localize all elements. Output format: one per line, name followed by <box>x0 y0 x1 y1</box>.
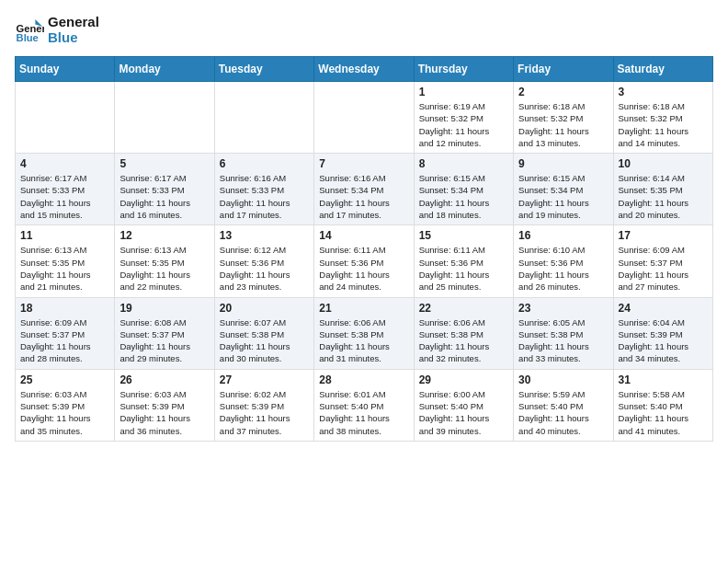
calendar-day-8: 8Sunrise: 6:15 AM Sunset: 5:34 PM Daylig… <box>414 154 513 225</box>
calendar-day-15: 15Sunrise: 6:11 AM Sunset: 5:36 PM Dayli… <box>414 225 513 297</box>
day-number: 4 <box>20 157 109 170</box>
day-number: 17 <box>619 229 708 242</box>
day-info: Sunrise: 6:04 AM Sunset: 5:39 PM Dayligh… <box>619 316 708 365</box>
calendar-day-28: 28Sunrise: 6:01 AM Sunset: 5:40 PM Dayli… <box>314 369 414 441</box>
day-info: Sunrise: 6:14 AM Sunset: 5:35 PM Dayligh… <box>619 172 708 221</box>
day-number: 13 <box>220 229 309 242</box>
calendar-day-27: 27Sunrise: 6:02 AM Sunset: 5:39 PM Dayli… <box>214 369 313 441</box>
weekday-header-row: SundayMondayTuesdayWednesdayThursdayFrid… <box>16 57 713 82</box>
logo-icon: General Blue <box>15 16 44 45</box>
day-number: 31 <box>619 373 708 386</box>
weekday-header-saturday: Saturday <box>613 57 712 82</box>
day-info: Sunrise: 6:11 AM Sunset: 5:36 PM Dayligh… <box>319 244 408 293</box>
day-info: Sunrise: 6:16 AM Sunset: 5:33 PM Dayligh… <box>220 172 309 221</box>
calendar-day-9: 9Sunrise: 6:15 AM Sunset: 5:34 PM Daylig… <box>514 154 613 225</box>
day-number: 21 <box>319 302 408 315</box>
day-number: 15 <box>419 229 508 242</box>
day-info: Sunrise: 6:11 AM Sunset: 5:36 PM Dayligh… <box>419 244 508 293</box>
day-number: 11 <box>20 229 109 242</box>
calendar-day-4: 4Sunrise: 6:17 AM Sunset: 5:33 PM Daylig… <box>16 154 115 225</box>
calendar-day-29: 29Sunrise: 6:00 AM Sunset: 5:40 PM Dayli… <box>414 369 513 441</box>
day-info: Sunrise: 6:19 AM Sunset: 5:32 PM Dayligh… <box>419 100 508 149</box>
day-info: Sunrise: 6:07 AM Sunset: 5:38 PM Dayligh… <box>220 316 309 365</box>
day-info: Sunrise: 6:13 AM Sunset: 5:35 PM Dayligh… <box>119 244 209 293</box>
day-info: Sunrise: 6:16 AM Sunset: 5:34 PM Dayligh… <box>319 172 408 221</box>
calendar-day-3: 3Sunrise: 6:18 AM Sunset: 5:32 PM Daylig… <box>613 82 712 154</box>
day-number: 16 <box>518 229 608 242</box>
day-info: Sunrise: 6:06 AM Sunset: 5:38 PM Dayligh… <box>319 316 408 365</box>
day-info: Sunrise: 6:15 AM Sunset: 5:34 PM Dayligh… <box>419 172 508 221</box>
calendar-day-13: 13Sunrise: 6:12 AM Sunset: 5:36 PM Dayli… <box>214 225 313 297</box>
calendar-day-19: 19Sunrise: 6:08 AM Sunset: 5:37 PM Dayli… <box>115 297 214 369</box>
calendar-day-18: 18Sunrise: 6:09 AM Sunset: 5:37 PM Dayli… <box>16 297 115 369</box>
calendar-day-2: 2Sunrise: 6:18 AM Sunset: 5:32 PM Daylig… <box>514 82 613 154</box>
day-number: 27 <box>220 373 309 386</box>
day-number: 20 <box>220 302 309 315</box>
day-info: Sunrise: 6:18 AM Sunset: 5:32 PM Dayligh… <box>518 100 608 149</box>
calendar-day-24: 24Sunrise: 6:04 AM Sunset: 5:39 PM Dayli… <box>613 297 712 369</box>
weekday-header-sunday: Sunday <box>16 57 115 82</box>
day-info: Sunrise: 6:09 AM Sunset: 5:37 PM Dayligh… <box>619 244 708 293</box>
calendar-day-25: 25Sunrise: 6:03 AM Sunset: 5:39 PM Dayli… <box>16 369 115 441</box>
weekday-header-monday: Monday <box>115 57 214 82</box>
day-number: 8 <box>419 157 508 170</box>
day-info: Sunrise: 6:18 AM Sunset: 5:32 PM Dayligh… <box>619 100 708 149</box>
calendar-empty-cell <box>16 82 115 154</box>
day-number: 22 <box>419 302 508 315</box>
weekday-header-tuesday: Tuesday <box>214 57 313 82</box>
day-info: Sunrise: 6:05 AM Sunset: 5:38 PM Dayligh… <box>518 316 608 365</box>
day-number: 28 <box>319 373 408 386</box>
calendar-day-10: 10Sunrise: 6:14 AM Sunset: 5:35 PM Dayli… <box>613 154 712 225</box>
day-info: Sunrise: 6:09 AM Sunset: 5:37 PM Dayligh… <box>20 316 109 365</box>
calendar-day-30: 30Sunrise: 5:59 AM Sunset: 5:40 PM Dayli… <box>514 369 613 441</box>
calendar-day-5: 5Sunrise: 6:17 AM Sunset: 5:33 PM Daylig… <box>115 154 214 225</box>
day-number: 19 <box>119 302 209 315</box>
day-number: 12 <box>119 229 209 242</box>
day-info: Sunrise: 6:03 AM Sunset: 5:39 PM Dayligh… <box>20 388 109 437</box>
day-info: Sunrise: 6:01 AM Sunset: 5:40 PM Dayligh… <box>319 388 408 437</box>
day-info: Sunrise: 6:03 AM Sunset: 5:39 PM Dayligh… <box>119 388 209 437</box>
weekday-header-friday: Friday <box>514 57 613 82</box>
day-number: 26 <box>119 373 209 386</box>
day-info: Sunrise: 5:58 AM Sunset: 5:40 PM Dayligh… <box>619 388 708 437</box>
calendar-week-row: 11Sunrise: 6:13 AM Sunset: 5:35 PM Dayli… <box>16 225 713 297</box>
calendar-table: SundayMondayTuesdayWednesdayThursdayFrid… <box>15 56 713 442</box>
calendar-empty-cell <box>115 82 214 154</box>
day-number: 1 <box>419 86 508 98</box>
day-info: Sunrise: 6:08 AM Sunset: 5:37 PM Dayligh… <box>119 316 209 365</box>
day-number: 2 <box>518 86 608 98</box>
day-info: Sunrise: 6:15 AM Sunset: 5:34 PM Dayligh… <box>518 172 608 221</box>
day-number: 3 <box>619 86 708 98</box>
calendar-day-17: 17Sunrise: 6:09 AM Sunset: 5:37 PM Dayli… <box>613 225 712 297</box>
day-info: Sunrise: 6:13 AM Sunset: 5:35 PM Dayligh… <box>20 244 109 293</box>
day-info: Sunrise: 5:59 AM Sunset: 5:40 PM Dayligh… <box>518 388 608 437</box>
calendar-day-11: 11Sunrise: 6:13 AM Sunset: 5:35 PM Dayli… <box>16 225 115 297</box>
day-number: 10 <box>619 157 708 170</box>
svg-text:Blue: Blue <box>17 32 39 43</box>
day-info: Sunrise: 6:12 AM Sunset: 5:36 PM Dayligh… <box>220 244 309 293</box>
weekday-header-wednesday: Wednesday <box>314 57 414 82</box>
day-number: 29 <box>419 373 508 386</box>
weekday-header-thursday: Thursday <box>414 57 513 82</box>
calendar-day-12: 12Sunrise: 6:13 AM Sunset: 5:35 PM Dayli… <box>115 225 214 297</box>
day-number: 14 <box>319 229 408 242</box>
calendar-day-22: 22Sunrise: 6:06 AM Sunset: 5:38 PM Dayli… <box>414 297 513 369</box>
day-info: Sunrise: 6:17 AM Sunset: 5:33 PM Dayligh… <box>119 172 209 221</box>
calendar-day-14: 14Sunrise: 6:11 AM Sunset: 5:36 PM Dayli… <box>314 225 414 297</box>
calendar-day-1: 1Sunrise: 6:19 AM Sunset: 5:32 PM Daylig… <box>414 82 513 154</box>
calendar-empty-cell <box>214 82 313 154</box>
day-number: 7 <box>319 157 408 170</box>
day-number: 24 <box>619 302 708 315</box>
calendar-week-row: 18Sunrise: 6:09 AM Sunset: 5:37 PM Dayli… <box>16 297 713 369</box>
day-number: 25 <box>20 373 109 386</box>
day-info: Sunrise: 6:10 AM Sunset: 5:36 PM Dayligh… <box>518 244 608 293</box>
day-info: Sunrise: 6:02 AM Sunset: 5:39 PM Dayligh… <box>220 388 309 437</box>
day-number: 6 <box>220 157 309 170</box>
day-number: 30 <box>518 373 608 386</box>
day-info: Sunrise: 6:06 AM Sunset: 5:38 PM Dayligh… <box>419 316 508 365</box>
calendar-week-row: 1Sunrise: 6:19 AM Sunset: 5:32 PM Daylig… <box>16 82 713 154</box>
calendar-empty-cell <box>314 82 414 154</box>
day-info: Sunrise: 6:17 AM Sunset: 5:33 PM Dayligh… <box>20 172 109 221</box>
logo-text-blue: Blue <box>48 30 99 46</box>
day-number: 9 <box>518 157 608 170</box>
